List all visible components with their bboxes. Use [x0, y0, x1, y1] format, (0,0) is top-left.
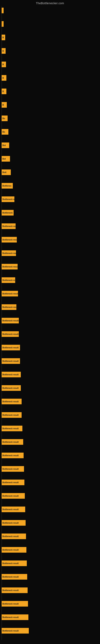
bar-item: Bottleneck result [1, 493, 25, 499]
bar-item: Bottleneck result [1, 331, 19, 337]
bar-item: Bottleneck re [1, 196, 14, 202]
bar-item: Bottleneck result [1, 534, 26, 539]
bar-item: Bo [1, 116, 8, 121]
bar-item: Bottleneck result [1, 452, 24, 458]
bar-item: Bott [1, 170, 11, 175]
bar-label: Bottleneck result [2, 333, 19, 335]
bar-item: Bottleneck result [1, 372, 21, 377]
bar-label: Bottleneck result [2, 616, 19, 618]
bar-label: Bottleneck resu [2, 306, 16, 308]
bar-item: Bottleneck result [1, 439, 23, 445]
bar-item: Bottleneck rese [1, 250, 16, 256]
bar-label: Bottleneck result [2, 292, 18, 295]
bar-label: Bottleneck rese [2, 225, 16, 228]
bar-item: B [1, 62, 6, 67]
bar-label: Bottlenec [2, 185, 12, 187]
bar-item: Bottleneck result [1, 506, 25, 512]
bar-item: Bottleneck rese [1, 224, 16, 229]
bar-item: B [1, 88, 6, 94]
bar-item: Bottleneck result [1, 237, 17, 242]
bar-label: Bott [2, 171, 6, 174]
bar-item: B [1, 75, 6, 81]
bar-label: Bottleneck result [2, 522, 19, 524]
bar-label: Bottleneck result [2, 360, 19, 362]
bar-item: Bottlenec [1, 183, 13, 188]
bar-item: Bo [1, 129, 8, 135]
bar-label: Bottleneck result [2, 482, 19, 484]
bar-label: Bottleneck result [2, 428, 19, 430]
bar-label: Bottleneck result [2, 320, 19, 322]
bar-label: Bottleneck result [2, 576, 19, 578]
bar-item: Bottleneck result [1, 345, 20, 350]
bar-item: Bottleneck result [1, 560, 27, 566]
bar-label: Bottleneck result [2, 562, 19, 564]
bar-item: Bottleneck result [1, 318, 19, 324]
bar-label: Bottleneck result [2, 549, 19, 551]
bar-label: Bottleneck result [2, 495, 19, 497]
bar-label: Bottleneck result [2, 387, 19, 389]
chart-area: TheBottlenecker.com BBBBBBBoBoBotBotBott… [0, 0, 100, 644]
bar-label: Bottleneck result [2, 414, 19, 416]
bar-item: Bottleneck result [1, 588, 28, 593]
bar-label: Bottleneck result [2, 603, 19, 605]
bar-item: B [1, 48, 6, 54]
bar-label: Bottleneck result [2, 266, 18, 268]
bar-label: Bottleneck result [2, 630, 19, 632]
bar-label: B [2, 104, 4, 106]
bar-label: Bottleneck result [2, 508, 19, 510]
bar-label: Bot [2, 144, 6, 146]
bar-label: Bottleneck re [2, 198, 14, 200]
bar-item: Bottleneck result [1, 385, 21, 391]
bar-label: B [2, 36, 4, 39]
bar-item: Bottleneck result [1, 547, 26, 553]
bar-label: B [2, 64, 4, 66]
bar-label: Bottleneck result [2, 535, 19, 538]
bar-item: Bot [1, 156, 10, 162]
bar-label: Bottleneck result [2, 589, 19, 592]
bar-item: Bottleneck result [1, 264, 18, 270]
bar-label: B [2, 77, 4, 79]
bar-label: Bottleneck re [2, 279, 15, 281]
bar-label: B [2, 50, 4, 52]
bar-item: Bottleneck [1, 210, 14, 216]
bar-label: Bottleneck result [2, 441, 19, 443]
bar-item: Bottleneck result [1, 426, 22, 431]
bar-item: Bottleneck result [1, 480, 24, 485]
bar-item: B [1, 34, 5, 40]
bar-label: Bottleneck result [2, 374, 19, 376]
bar-label: Bottleneck rese [2, 252, 16, 254]
bar-item: Bot [1, 142, 9, 148]
bar-item: Bottleneck result [1, 466, 24, 472]
bar-item: Bottleneck result [1, 399, 22, 404]
bar-label: Bottleneck result [2, 400, 19, 403]
bar-item: Bottleneck result [1, 520, 26, 526]
bar-label: Bot [2, 158, 6, 160]
site-title: TheBottlenecker.com [0, 0, 100, 6]
bar-item: Bottleneck result [1, 412, 22, 418]
bar-item: Bottleneck re [1, 277, 15, 283]
bar-label: Bottleneck result [2, 239, 17, 241]
bar-item [1, 8, 3, 13]
bar-item: Bottleneck result [1, 601, 28, 606]
bar-label: Bottleneck result [2, 468, 19, 470]
bar-item: Bottleneck result [1, 628, 29, 634]
bar-item: B [1, 102, 7, 108]
bar-label: Bo [2, 117, 5, 120]
bar-label: Bottleneck [2, 212, 13, 214]
bar-item: Bottleneck resu [1, 304, 16, 310]
bar-label: Bo [2, 131, 5, 133]
bar-label: Bottleneck result [2, 346, 19, 349]
bar-item: Bottleneck result [1, 358, 20, 364]
bar-item [1, 21, 3, 27]
bar-item: Bottleneck result [1, 614, 28, 620]
bar-item: Bottleneck result [1, 574, 27, 580]
bar-label: B [2, 90, 4, 92]
bar-item: Bottleneck result [1, 291, 18, 296]
bar-label: Bottleneck result [2, 454, 19, 457]
